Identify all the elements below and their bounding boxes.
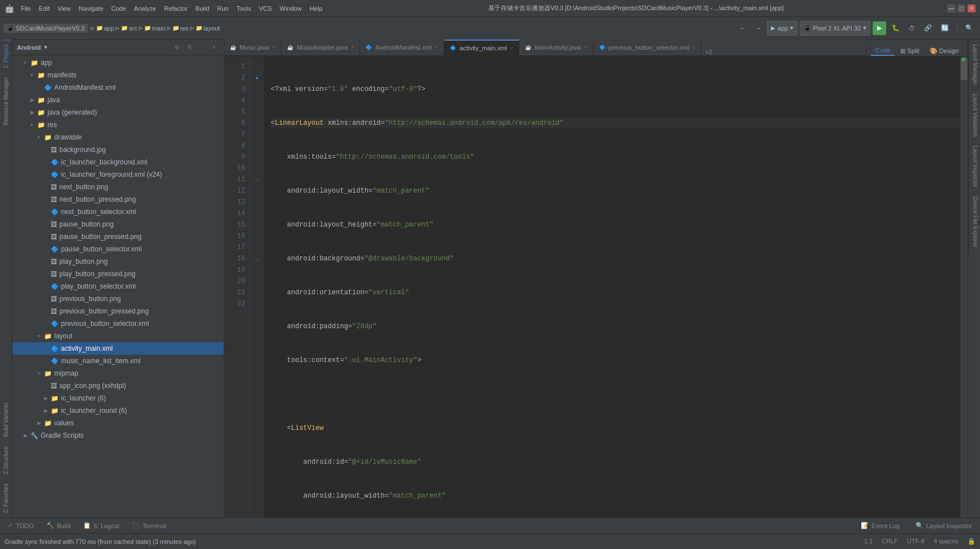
tree-item-mipmap[interactable]: ▾ 📁 mipmap bbox=[12, 367, 224, 380]
close-panel-button[interactable]: × bbox=[209, 42, 219, 53]
tree-item-java-generated[interactable]: ▶ 📁 java (generated) bbox=[12, 106, 224, 119]
menu-refactor[interactable]: Refactor bbox=[162, 5, 190, 12]
tree-item-ic-launcher-round[interactable]: ▶ 📁 ic_launcher_round (6) bbox=[12, 404, 224, 417]
sidebar-item-device-file-explorer[interactable]: Device File Explorer bbox=[968, 192, 980, 251]
tree-item-prev-btn-pressed[interactable]: 🖼 previous_button_pressed.png bbox=[12, 305, 224, 317]
tree-item-manifests[interactable]: ▾ 📁 manifests bbox=[12, 69, 224, 81]
tree-item-next-btn-pressed[interactable]: 🖼 next_button_pressed.png bbox=[12, 193, 224, 206]
menu-edit[interactable]: Edit bbox=[37, 5, 52, 12]
tree-item-ic-launcher-fg[interactable]: 🔷 ic_launcher_foreground.xml (v24) bbox=[12, 168, 224, 181]
encoding[interactable]: UTF-8 bbox=[907, 538, 925, 545]
maximize-button[interactable]: □ bbox=[957, 5, 965, 12]
line-endings[interactable]: CRLF bbox=[882, 538, 898, 545]
tree-item-gradle[interactable]: ▶ 🔧 Gradle Scripts bbox=[12, 429, 224, 442]
minimize-button[interactable]: — bbox=[947, 5, 955, 12]
sidebar-item-build-variants[interactable]: Build Variants bbox=[1, 398, 11, 442]
collapse-all-button[interactable]: ☰ bbox=[184, 42, 194, 53]
tab-close-activity-main[interactable]: × bbox=[510, 45, 513, 51]
sidebar-item-favorites[interactable]: 2: Favorites bbox=[1, 479, 11, 517]
tree-item-pause-btn[interactable]: 🖼 pause_button.png bbox=[12, 218, 224, 230]
split-view-button[interactable]: ⊞ Split bbox=[896, 46, 923, 56]
attach-debugger-button[interactable]: 🔗 bbox=[921, 21, 935, 36]
menu-tools[interactable]: Tools bbox=[234, 5, 253, 12]
tree-item-ic-launcher-bg[interactable]: 🔷 ic_launcher_background.xml bbox=[12, 156, 224, 168]
profile-button[interactable]: ⏱ bbox=[905, 21, 918, 36]
device-dropdown[interactable]: 📱 Pixel 2 XL API 30 ▾ bbox=[800, 21, 870, 36]
bottom-tab-layout-inspector[interactable]: 🔍 Layout Inspector bbox=[910, 519, 978, 533]
bottom-tab-event-log[interactable]: 📝 Event Log bbox=[855, 519, 905, 533]
tab-androidmanifest[interactable]: 🔷 AndroidManifest.xml × bbox=[360, 40, 444, 55]
tree-item-play-btn[interactable]: 🖼 play_button.png bbox=[12, 255, 224, 268]
tree-item-play-btn-pressed[interactable]: 🖼 play_button_pressed.png bbox=[12, 268, 224, 280]
tree-item-next-btn[interactable]: 🖼 next_button.png bbox=[12, 181, 224, 193]
cursor-position[interactable]: 1:1 bbox=[864, 538, 873, 545]
tree-item-java[interactable]: ▶ 📁 java bbox=[12, 94, 224, 106]
tab-prev-btn-selector[interactable]: 🔷 previous_button_selector.xml × bbox=[593, 40, 702, 55]
breadcrumb-layout[interactable]: layout bbox=[203, 25, 220, 32]
tab-close-musicadapter[interactable]: × bbox=[351, 45, 354, 50]
breadcrumb-main[interactable]: main bbox=[152, 25, 166, 32]
tab-music-java[interactable]: ☕ Music.java × bbox=[224, 40, 281, 55]
tree-item-app-icon[interactable]: 🖼 app_icon.png (xxhdpi) bbox=[12, 380, 224, 392]
breadcrumb-res[interactable]: res bbox=[180, 25, 189, 32]
menu-analyze[interactable]: Analyze bbox=[132, 5, 158, 12]
settings-button[interactable]: ⋮ bbox=[197, 42, 207, 53]
sidebar-item-layout-manager[interactable]: Layout Manager bbox=[968, 40, 980, 89]
code-view-button[interactable]: Code bbox=[871, 46, 895, 56]
tab-activity-main[interactable]: 🔷 activity_main.xml × bbox=[444, 40, 519, 55]
code-content[interactable]: <?xml version="1.0" encoding="utf-8"?> <… bbox=[264, 56, 960, 517]
sidebar-item-resource-manager[interactable]: Resource Manager bbox=[1, 73, 11, 130]
tree-item-app[interactable]: ▾ 📁 app bbox=[12, 56, 224, 69]
code-editor[interactable]: 12345 678910 1112131415 1617181920 2122 … bbox=[224, 56, 968, 517]
tab-musicadapter-java[interactable]: ☕ MusicAdapter.java × bbox=[281, 40, 360, 55]
bottom-tab-terminal[interactable]: ⬛ Terminal bbox=[126, 519, 172, 533]
indent[interactable]: 4 spaces bbox=[934, 538, 959, 545]
tree-item-ic-launcher[interactable]: ▶ 📁 ic_launcher (6) bbox=[12, 392, 224, 404]
tree-item-layout[interactable]: ▾ 📁 layout bbox=[12, 330, 224, 342]
sidebar-item-layout-inspector[interactable]: Layout Inspector bbox=[968, 141, 980, 192]
project-name-badge[interactable]: 📱 SDCardMusicPlayerV0.3 bbox=[3, 24, 88, 33]
tree-item-prev-btn[interactable]: 🖼 previous_button.png bbox=[12, 293, 224, 305]
tree-item-drawable[interactable]: ▾ 📁 drawable bbox=[12, 131, 224, 143]
tab-overflow[interactable]: +2 bbox=[701, 49, 716, 55]
menu-build[interactable]: Build bbox=[193, 5, 211, 12]
editor-scrollbar[interactable] bbox=[960, 56, 968, 517]
back-button[interactable]: ← bbox=[736, 21, 749, 36]
sidebar-item-layout-validation[interactable]: Layout Validation bbox=[968, 89, 980, 141]
breadcrumb-app[interactable]: app bbox=[104, 25, 114, 32]
menu-file[interactable]: File bbox=[19, 5, 33, 12]
sidebar-item-z-structure[interactable]: Z-Structure bbox=[1, 442, 11, 479]
menu-view[interactable]: View bbox=[55, 5, 73, 12]
tree-item-androidmanifest[interactable]: 🔷 AndroidManifest.xml bbox=[12, 81, 224, 94]
sync-button[interactable]: 🔄 bbox=[938, 21, 952, 36]
bottom-tab-build[interactable]: 🔨 Build bbox=[41, 519, 76, 533]
tree-item-music-name-list[interactable]: 🔷 music_name_list_item.xml bbox=[12, 355, 224, 367]
tree-item-background[interactable]: 🖼 background.jpg bbox=[12, 143, 224, 156]
tree-item-pause-btn-pressed[interactable]: 🖼 pause_button_pressed.png bbox=[12, 230, 224, 243]
design-view-button[interactable]: 🎨 Design bbox=[925, 46, 963, 56]
close-button[interactable]: ✕ bbox=[968, 5, 975, 12]
sync-project-button[interactable]: ⚙ bbox=[172, 42, 182, 53]
debug-button[interactable]: 🐛 bbox=[888, 21, 903, 36]
tab-close-music[interactable]: × bbox=[272, 45, 275, 50]
tree-item-pause-btn-selector[interactable]: 🔷 pause_button_selector.xml bbox=[12, 243, 224, 255]
tab-mainactivity-java[interactable]: ☕ MainActivity.java × bbox=[519, 40, 593, 55]
menu-run[interactable]: Run bbox=[215, 5, 231, 12]
menu-vcs[interactable]: VCS bbox=[257, 5, 274, 12]
bottom-tab-logcat[interactable]: 📋 6: Logcat bbox=[77, 519, 125, 533]
tree-item-next-btn-selector[interactable]: 🔷 next_button_selector.xml bbox=[12, 206, 224, 218]
run-config-dropdown[interactable]: ▶ app ▾ bbox=[767, 21, 797, 36]
tree-item-activity-main[interactable]: 🔷 activity_main.xml bbox=[12, 342, 224, 355]
sidebar-item-project[interactable]: 1: Project bbox=[1, 40, 11, 73]
forward-button[interactable]: → bbox=[752, 21, 765, 36]
tree-item-res[interactable]: ▾ 📁 res bbox=[12, 119, 224, 131]
tree-item-play-btn-selector[interactable]: 🔷 play_button_selector.xml bbox=[12, 280, 224, 293]
menu-window[interactable]: Window bbox=[277, 5, 304, 12]
menu-help[interactable]: Help bbox=[307, 5, 325, 12]
tree-item-prev-btn-selector[interactable]: 🔷 previous_button_selector.xml bbox=[12, 317, 224, 330]
breadcrumb-src[interactable]: src bbox=[129, 25, 137, 32]
bottom-tab-todo[interactable]: ✓ TODO bbox=[2, 519, 40, 533]
dropdown-chevron[interactable]: ▾ bbox=[44, 43, 47, 51]
tree-item-values[interactable]: ▶ 📁 values bbox=[12, 417, 224, 429]
search-everywhere-button[interactable]: 🔍 bbox=[962, 21, 977, 36]
